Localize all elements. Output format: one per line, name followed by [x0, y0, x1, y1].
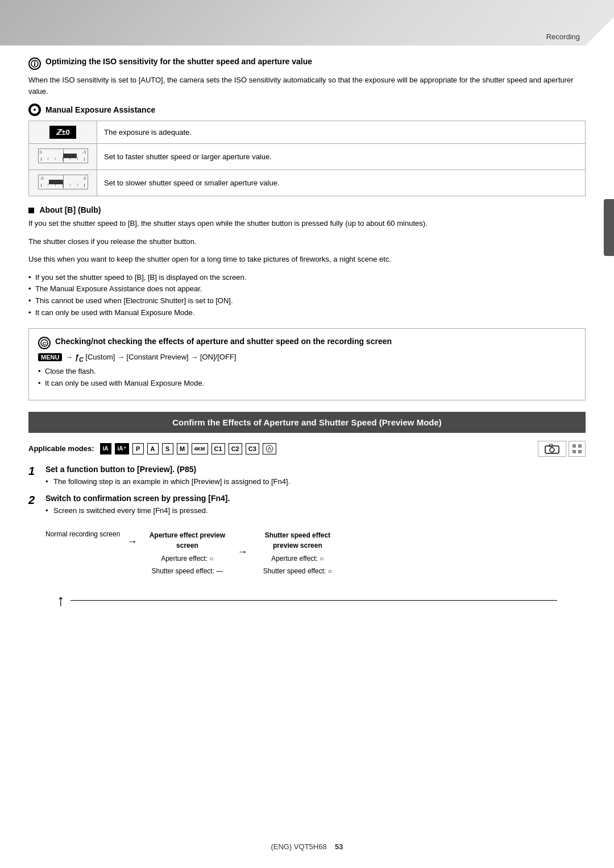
flow-arrow-2-symbol: → — [237, 546, 247, 558]
mea-icon — [28, 104, 41, 116]
mode-s: S — [162, 443, 173, 454]
confirm-section-header: Confirm the Effects of Aperture and Shut… — [28, 412, 586, 433]
step-1: 1 Set a function button to [Preview]. (P… — [28, 465, 586, 488]
flow-normal-label: Normal recording screen — [45, 530, 120, 549]
mode-icons-right — [538, 441, 586, 457]
flow-shutter-title: Shutter speed effectpreview screen — [252, 530, 343, 551]
mea-title: Manual Exposure Assistance — [28, 104, 586, 116]
mode-scn — [263, 443, 276, 454]
checking-title-text: Checking/not checking the effects of ape… — [55, 337, 392, 346]
svg-point-1 — [34, 61, 35, 63]
flow-shutter-details: Aperture effect: ○ Shutter speed effect:… — [252, 553, 343, 577]
mea-icon-inner — [31, 106, 39, 114]
list-item: This cannot be used when [Electronic Shu… — [28, 295, 586, 307]
list-item: It can only be used with Manual Exposure… — [38, 378, 576, 390]
svg-rect-12 — [578, 450, 582, 453]
bulb-bullet-list: If you set the shutter speed to [B], [B]… — [28, 272, 586, 319]
step-1-number: 1 — [28, 465, 40, 478]
mode-a: A — [147, 443, 159, 454]
top-banner: Recording — [0, 0, 614, 46]
mode-ia: iA — [100, 443, 111, 454]
iso-body: When the ISO sensitivity is set to [AUTO… — [28, 75, 586, 97]
arrow-line — [70, 600, 557, 601]
bulb-para-2: The shutter closes if you release the sh… — [28, 236, 586, 247]
footer: (ENG) VQT5H68 53 — [0, 842, 614, 851]
flow-diagram: Normal recording screen → Aperture effec… — [45, 530, 586, 577]
mode-4m: 4KM — [192, 443, 208, 454]
iso-icon — [28, 57, 41, 70]
svg-rect-9 — [572, 444, 576, 448]
svg-text:C: C — [43, 341, 47, 346]
iso-title-text: Optimizing the ISO sensitivity for the s… — [45, 57, 312, 66]
bulb-para-1: If you set the shutter speed to [B], the… — [28, 218, 586, 229]
list-item: It can only be used with Manual Exposure… — [28, 307, 586, 319]
svg-rect-10 — [578, 444, 582, 448]
step-2-title: Switch to confirmation screen by pressin… — [45, 494, 586, 503]
table-row: 0 -3 — [29, 144, 586, 170]
flow-aperture-screen: Aperture effect previewscreen Aperture e… — [142, 530, 233, 577]
grid-icon — [571, 443, 583, 454]
checking-icon: C — [38, 337, 51, 349]
svg-rect-2 — [34, 63, 35, 66]
flow-arrow-1: → — [122, 536, 142, 548]
page-number: 53 — [335, 842, 343, 851]
list-item: If you set the shutter speed to [B], [B]… — [28, 272, 586, 284]
checking-title: C Checking/not checking the effects of a… — [38, 337, 576, 349]
menu-badge: MENU — [38, 353, 62, 361]
camera-icon-box — [538, 441, 566, 457]
mode-c1: C1 — [211, 443, 225, 454]
up-arrow-icon: ↑ — [57, 592, 65, 610]
modes-label: Applicable modes: — [28, 444, 94, 453]
content-area: Optimizing the ISO sensitivity for the s… — [0, 57, 614, 610]
checking-bullet-list: Close the flash. It can only be used wit… — [38, 366, 576, 390]
bottom-arrow: ↑ — [57, 592, 557, 610]
mea-section: Manual Exposure Assistance ℤ±0 The expos… — [28, 104, 586, 196]
list-item: Close the flash. — [38, 366, 576, 378]
exp-indicator-1: ℤ±0 — [49, 126, 76, 139]
applicable-modes: Applicable modes: iA iA⁺ P A S M 4KM C1 … — [28, 441, 586, 457]
flow-shutter-screen: Shutter speed effectpreview screen Apert… — [252, 530, 343, 577]
mode-m: M — [177, 443, 188, 454]
bulb-title: About [B] (Bulb) — [28, 205, 586, 214]
footer-text: (ENG) VQT5H68 53 — [271, 842, 343, 851]
table-cell-indicator-2: 0 -3 — [29, 144, 97, 170]
mode-c2: C2 — [229, 443, 242, 454]
flow-aperture-title: Aperture effect previewscreen — [142, 530, 233, 551]
menu-path: MENU → ƒC [Custom] → [Constant Preview] … — [38, 353, 576, 363]
exp-bar-left: -3 0 — [38, 175, 88, 189]
flow-aperture-details: Aperture effect: ○ Shutter speed effect:… — [142, 553, 233, 577]
grid-icon-box — [569, 441, 586, 457]
mea-icon-dot — [34, 109, 36, 111]
flow-arrow-2: → — [233, 546, 252, 558]
iso-section-title: Optimizing the ISO sensitivity for the s… — [28, 57, 586, 70]
step-2-number: 2 — [28, 494, 40, 507]
recording-label: Recording — [546, 32, 580, 41]
svg-point-5 — [266, 445, 273, 452]
mode-p: P — [132, 443, 144, 454]
page-container: Recording Optimizing the ISO sensitivity… — [0, 0, 614, 868]
mode-c3: C3 — [246, 443, 259, 454]
step-1-content: Set a function button to [Preview]. (P85… — [45, 465, 586, 488]
step-2-bullet: Screen is switched every time [Fn4] is p… — [45, 505, 586, 517]
menu-path-text: → ƒC [Custom] → [Constant Preview] → [ON… — [65, 353, 236, 361]
mode-ia-plus: iA⁺ — [115, 443, 129, 454]
checking-box: C Checking/not checking the effects of a… — [28, 328, 586, 400]
confirm-title: Confirm the Effects of Aperture and Shut… — [172, 418, 442, 427]
step-1-title: Set a function button to [Preview]. (P85… — [45, 465, 586, 474]
bulb-para-3: Use this when you want to keep the shutt… — [28, 254, 586, 265]
mea-title-text: Manual Exposure Assistance — [45, 105, 155, 114]
corner-fold — [586, 17, 614, 46]
exposure-table: ℤ±0 The exposure is adequate. 0 -3 — [28, 121, 586, 196]
table-row: ℤ±0 The exposure is adequate. — [29, 121, 586, 144]
flow-normal-text: Normal recording screen — [45, 530, 120, 538]
table-row: -3 0 — [29, 170, 586, 196]
camera-icon — [544, 443, 560, 454]
exp-bar-right: 0 -3 — [38, 148, 88, 163]
bulb-section: About [B] (Bulb) If you set the shutter … — [28, 205, 586, 319]
step-2: 2 Switch to confirmation screen by press… — [28, 494, 586, 517]
step-1-bullet: The following step is an example in whic… — [45, 476, 586, 488]
square-bullet-icon — [28, 208, 34, 213]
svg-rect-11 — [572, 450, 576, 453]
right-tab — [604, 199, 614, 256]
table-cell-desc-1: The exposure is adequate. — [97, 121, 586, 144]
